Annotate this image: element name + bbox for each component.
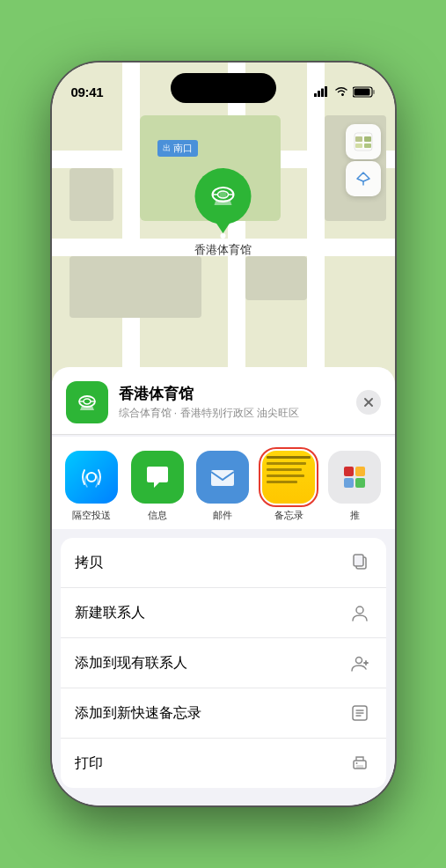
svg-rect-24 bbox=[211, 470, 234, 486]
map-type-button[interactable] bbox=[346, 124, 381, 159]
action-new-contact-label: 新建联系人 bbox=[75, 604, 145, 622]
svg-rect-8 bbox=[364, 136, 371, 142]
svg-rect-16 bbox=[220, 191, 227, 198]
airdrop-icon-wrap bbox=[65, 451, 118, 504]
share-item-messages[interactable]: 信息 bbox=[124, 451, 190, 522]
pin-circle bbox=[195, 168, 252, 224]
new-contact-icon bbox=[347, 600, 372, 625]
action-copy[interactable]: 拷贝 bbox=[61, 538, 386, 588]
venue-icon bbox=[66, 381, 108, 423]
stadium-icon bbox=[208, 180, 239, 212]
copy-icon bbox=[347, 550, 372, 575]
svg-rect-0 bbox=[314, 93, 317, 97]
svg-rect-40 bbox=[356, 765, 363, 769]
map-south-exit-label: 出 南口 bbox=[157, 140, 198, 157]
svg-rect-25 bbox=[344, 467, 354, 476]
airdrop-icon bbox=[77, 463, 106, 491]
map-type-icon bbox=[354, 132, 373, 151]
notes-icon-wrap bbox=[262, 451, 315, 504]
location-pin: 香港体育馆 bbox=[194, 168, 252, 258]
venue-name: 香港体育馆 bbox=[119, 384, 356, 404]
airdrop-label: 隔空投送 bbox=[72, 509, 111, 522]
phone-screen: 09:41 bbox=[52, 63, 395, 805]
venue-stadium-icon bbox=[75, 390, 99, 415]
messages-icon-wrap bbox=[131, 451, 184, 504]
action-add-contact-label: 添加到现有联系人 bbox=[75, 654, 187, 673]
messages-icon bbox=[143, 463, 172, 491]
venue-header: 香港体育馆 综合体育馆 · 香港特别行政区 油尖旺区 bbox=[52, 367, 395, 435]
mail-icon-wrap bbox=[196, 451, 249, 504]
print-icon bbox=[347, 751, 372, 776]
venue-subtitle: 综合体育馆 · 香港特别行政区 油尖旺区 bbox=[119, 406, 356, 421]
svg-rect-9 bbox=[355, 143, 362, 148]
mail-label: 邮件 bbox=[213, 509, 232, 522]
svg-rect-30 bbox=[354, 555, 363, 566]
status-icons bbox=[314, 86, 376, 98]
action-list: 拷贝 新建联系人 bbox=[61, 538, 386, 788]
add-contact-icon bbox=[347, 651, 372, 675]
share-item-mail[interactable]: 邮件 bbox=[190, 451, 256, 522]
signal-icon bbox=[314, 86, 330, 97]
phone-frame: 09:41 bbox=[52, 63, 395, 805]
svg-rect-1 bbox=[318, 91, 320, 97]
svg-rect-27 bbox=[344, 478, 354, 488]
svg-rect-26 bbox=[355, 467, 365, 476]
close-icon bbox=[364, 398, 373, 407]
svg-rect-5 bbox=[373, 90, 375, 94]
svg-point-23 bbox=[87, 473, 96, 482]
svg-rect-28 bbox=[355, 478, 365, 488]
venue-info: 香港体育馆 综合体育馆 · 香港特别行政区 油尖旺区 bbox=[119, 384, 356, 421]
pin-label: 香港体育馆 bbox=[194, 242, 252, 258]
notes-label: 备忘录 bbox=[274, 509, 303, 522]
action-copy-label: 拷贝 bbox=[75, 554, 103, 572]
add-notes-icon bbox=[347, 701, 372, 725]
share-item-airdrop[interactable]: 隔空投送 bbox=[59, 451, 125, 522]
action-add-contact[interactable]: 添加到现有联系人 bbox=[61, 638, 386, 688]
action-new-contact[interactable]: 新建联系人 bbox=[61, 588, 386, 638]
mail-icon bbox=[208, 463, 237, 491]
more-apps-icon bbox=[342, 465, 367, 489]
pin-dot bbox=[221, 233, 226, 239]
action-print[interactable]: 打印 bbox=[61, 739, 386, 788]
svg-rect-2 bbox=[321, 89, 324, 98]
wifi-icon bbox=[334, 86, 348, 97]
svg-point-41 bbox=[355, 762, 357, 764]
svg-point-31 bbox=[356, 607, 363, 614]
svg-rect-7 bbox=[355, 136, 362, 142]
location-arrow-icon bbox=[355, 171, 371, 187]
svg-point-32 bbox=[355, 658, 362, 664]
more-label: 推 bbox=[350, 509, 360, 522]
svg-rect-6 bbox=[354, 88, 369, 95]
svg-point-18 bbox=[84, 399, 91, 404]
action-print-label: 打印 bbox=[75, 754, 103, 773]
location-button[interactable] bbox=[346, 161, 381, 196]
share-item-more[interactable]: 推 bbox=[322, 451, 388, 522]
share-row: 隔空投送 信息 bbox=[52, 437, 395, 529]
bottom-sheet: 香港体育馆 综合体育馆 · 香港特别行政区 油尖旺区 bbox=[52, 367, 395, 805]
svg-rect-3 bbox=[325, 86, 327, 97]
action-add-notes-label: 添加到新快速备忘录 bbox=[75, 704, 201, 723]
svg-rect-10 bbox=[364, 143, 371, 148]
more-icon-wrap bbox=[328, 451, 381, 504]
dynamic-island bbox=[171, 73, 276, 103]
map-controls bbox=[346, 124, 381, 196]
share-item-notes[interactable]: 备忘录 bbox=[256, 451, 322, 522]
status-time: 09:41 bbox=[71, 85, 104, 99]
close-button[interactable] bbox=[356, 390, 381, 415]
battery-icon bbox=[353, 86, 376, 98]
messages-label: 信息 bbox=[148, 509, 167, 522]
action-add-notes[interactable]: 添加到新快速备忘录 bbox=[61, 688, 386, 739]
